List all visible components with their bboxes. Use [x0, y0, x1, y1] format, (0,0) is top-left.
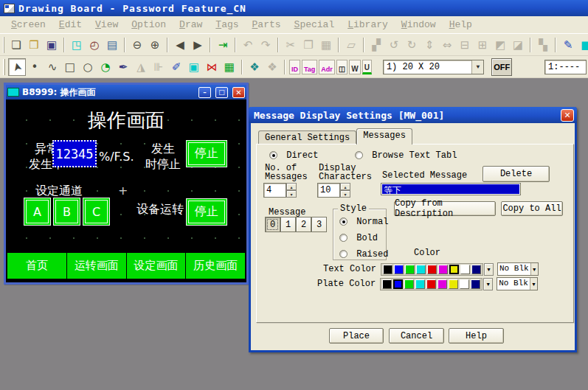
- color-swatch[interactable]: [460, 265, 470, 274]
- simulation-monitor-icon[interactable]: ▤: [103, 36, 121, 54]
- device-run-label[interactable]: 设备运转: [136, 202, 184, 217]
- screen-select-combo[interactable]: 1:----: [544, 60, 587, 74]
- no-of-messages-value[interactable]: 4: [263, 183, 286, 198]
- more-colors-arrow-icon[interactable]: ▼: [484, 263, 494, 276]
- open-folder-icon[interactable]: ❒: [25, 36, 43, 54]
- send-back-icon[interactable]: ◪: [509, 36, 527, 54]
- radio-direct-icon[interactable]: [269, 151, 277, 159]
- selected-message-input[interactable]: 等下: [381, 183, 521, 195]
- eraser-icon[interactable]: ▱: [342, 36, 360, 54]
- drawing-canvas[interactable]: 操作画面 异常 发生率 12345 %/F.S. 发生 时停止 停止 设定通道 …: [6, 100, 246, 282]
- color-swatch[interactable]: [471, 279, 480, 289]
- menu-edit[interactable]: Edit: [52, 17, 89, 32]
- color-swatch[interactable]: [471, 265, 481, 274]
- library-open-icon[interactable]: ❖: [246, 58, 263, 76]
- nav-run-screen-button[interactable]: 运转画面: [67, 253, 126, 279]
- cut-icon[interactable]: ✂: [282, 36, 300, 54]
- radio-direct[interactable]: Direct: [269, 150, 318, 161]
- maximize-button[interactable]: □: [215, 87, 228, 98]
- dot-tool-icon[interactable]: •: [26, 58, 44, 76]
- new-file-icon[interactable]: ❏: [7, 36, 25, 54]
- place-button[interactable]: Place: [329, 328, 384, 344]
- minimize-button[interactable]: –: [198, 87, 211, 98]
- image-parts-icon[interactable]: ▦: [221, 58, 238, 76]
- id-display-icon[interactable]: ID: [289, 60, 300, 74]
- pie-tool-icon[interactable]: ◔: [97, 58, 114, 76]
- undo-icon[interactable]: ↶: [239, 36, 257, 54]
- radio-style-bold[interactable]: Bold: [339, 233, 378, 243]
- radio-raised-icon[interactable]: [339, 250, 347, 258]
- no-of-messages-stepper[interactable]: 4 ▴ ▾: [263, 183, 297, 198]
- u-display-icon[interactable]: U: [362, 60, 372, 74]
- rotate-right-icon[interactable]: ↻: [403, 36, 421, 54]
- message-3-button[interactable]: 3: [311, 217, 327, 232]
- dropdown-arrow-icon[interactable]: ▼: [530, 278, 537, 290]
- spin-down-icon[interactable]: ▾: [286, 190, 297, 198]
- menu-special[interactable]: Special: [288, 17, 342, 32]
- paste-icon[interactable]: ▦: [317, 36, 335, 54]
- menu-screen[interactable]: Screen: [4, 17, 52, 32]
- nav-home-button[interactable]: 首页: [7, 253, 66, 279]
- stop-lamp-2[interactable]: 停止: [186, 198, 227, 226]
- copy-to-all-button[interactable]: Copy to All: [501, 201, 563, 216]
- channel-b-switch[interactable]: B: [53, 198, 80, 226]
- text-blink-combo[interactable]: No Blk ▼: [497, 262, 539, 276]
- occur-stop-label[interactable]: 发生 时停止: [139, 142, 187, 173]
- off-toggle-button[interactable]: OFF: [491, 58, 512, 76]
- color-swatch-selected[interactable]: [393, 279, 403, 289]
- radio-normal-icon[interactable]: [339, 217, 347, 226]
- radio-bold-icon[interactable]: [339, 234, 347, 242]
- shrink-icon[interactable]: ⊟: [456, 36, 474, 54]
- flip-vertical-icon[interactable]: ⇕: [421, 36, 438, 54]
- color-swatch[interactable]: [416, 265, 426, 274]
- fill-color-icon[interactable]: ■: [577, 36, 588, 54]
- select-pointer-icon[interactable]: ➤: [8, 58, 26, 76]
- zoom-out-icon[interactable]: ⊖: [128, 36, 146, 54]
- circle-tool-icon[interactable]: ○: [79, 58, 97, 76]
- radio-style-normal[interactable]: Normal: [339, 217, 388, 227]
- radio-browse-text-table[interactable]: Browse Text Tabl: [355, 150, 457, 161]
- spin-up-icon[interactable]: ▴: [340, 183, 350, 190]
- menu-option[interactable]: Option: [125, 17, 173, 32]
- color-swatch[interactable]: [404, 279, 414, 289]
- dropdown-arrow-icon[interactable]: ▼: [471, 60, 483, 74]
- fill-tool-icon[interactable]: ✒: [114, 58, 132, 76]
- channel-c-switch[interactable]: C: [83, 198, 110, 226]
- toolbar-grip[interactable]: [3, 59, 5, 75]
- pen-icon[interactable]: ✎: [559, 36, 577, 54]
- dialog-titlebar[interactable]: Message Display Settings [MW_001] ✕: [249, 107, 577, 123]
- close-button[interactable]: ✕: [232, 87, 245, 98]
- parts-red-icon[interactable]: ⋈: [203, 58, 221, 76]
- menu-view[interactable]: View: [89, 17, 125, 32]
- message-1-button[interactable]: 1: [280, 217, 296, 232]
- numeric-display-part[interactable]: 12345: [52, 140, 97, 167]
- color-swatch[interactable]: [382, 279, 392, 289]
- stop-lamp-1[interactable]: 停止: [186, 140, 227, 167]
- screen-title-text[interactable]: 操作画面: [6, 108, 246, 133]
- channel-set-label[interactable]: 设定通道: [35, 184, 83, 199]
- snap-grid-icon[interactable]: ▚: [534, 36, 552, 54]
- tab-messages[interactable]: Messages: [356, 128, 412, 144]
- child-titlebar[interactable]: B8999: 操作画面 – □ ✕: [6, 85, 246, 100]
- bw-display-icon[interactable]: ◫: [336, 60, 347, 74]
- radio-style-raised[interactable]: Raised: [339, 249, 388, 260]
- color-swatch[interactable]: [449, 279, 458, 289]
- dialog-close-icon[interactable]: ✕: [561, 109, 574, 122]
- color-swatch[interactable]: [438, 265, 448, 274]
- redo-icon[interactable]: ↷: [257, 36, 274, 54]
- tab-general-settings[interactable]: General Settings: [258, 130, 356, 144]
- color-swatch-selected[interactable]: [449, 265, 459, 274]
- screen-jump-icon[interactable]: ◳: [68, 36, 86, 54]
- grid-size-combo[interactable]: 1) 20 X 20 ▼: [383, 60, 485, 74]
- color-swatch[interactable]: [394, 265, 404, 274]
- polygon-tool-icon[interactable]: ◮: [132, 58, 150, 76]
- tag-display-icon[interactable]: Tag: [302, 60, 317, 74]
- more-colors-arrow-icon[interactable]: ▼: [483, 278, 493, 290]
- bring-front-icon[interactable]: ◩: [491, 36, 509, 54]
- w-display-icon[interactable]: W: [349, 60, 360, 74]
- nav-setting-screen-button[interactable]: 设定画面: [127, 253, 186, 279]
- spin-down-icon[interactable]: ▾: [340, 190, 350, 198]
- prev-screen-icon[interactable]: ◀: [171, 36, 189, 54]
- parts-select-icon[interactable]: ▣: [185, 58, 203, 76]
- exit-door-icon[interactable]: ⇥: [214, 36, 232, 54]
